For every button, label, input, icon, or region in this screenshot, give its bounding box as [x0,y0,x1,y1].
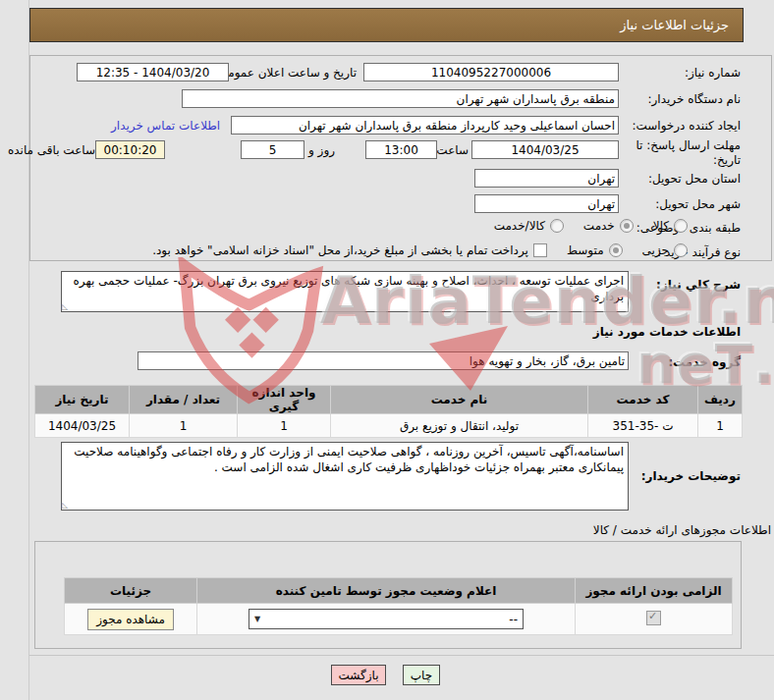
cell-permit-details: مشاهده مجوز [65,604,197,635]
cell-need-date: 1404/03/25 [35,414,130,438]
col-row-number: ردیف [698,386,743,414]
back-button[interactable]: بازگشت [331,665,386,685]
request-creator-field[interactable] [231,116,619,135]
radio-medium[interactable] [609,243,623,257]
process-option-minor[interactable]: جزیی [642,243,688,257]
col-service-code: کد خدمت [588,386,698,414]
process-option-medium-label: متوسط [567,243,604,257]
subject-category-options: کالا خدمت کالا/خدمت [494,219,688,233]
services-table-row: 1 ت -35-351 تولید، انتقال و توزیع برق 1 … [35,414,743,438]
radio-goods-service[interactable] [550,219,564,233]
col-permit-status: اعلام وضعیت مجوز توسط تامین کننده [197,578,576,604]
services-section-title: اطلاعات خدمات مورد نیاز [593,325,741,339]
deadline-time-field[interactable] [365,140,437,159]
cell-quantity: 1 [130,414,238,438]
days-remaining-field[interactable] [241,140,304,159]
col-permit-required: الزامی بودن ارائه مجوز [576,578,733,604]
delivery-city-field[interactable] [474,194,619,213]
delivery-city-label: شهر محل تحویل: [655,197,741,211]
announce-datetime-field[interactable] [77,63,229,81]
service-group-field[interactable] [138,351,629,370]
category-option-goods[interactable]: کالا [653,219,688,233]
buyer-org-label: نام دستگاه خریدار: [648,92,742,106]
chevron-down-icon: ▼ [254,615,260,623]
need-description-textarea[interactable]: اجرای عملیات توسعه ، احداث، اصلاح و بهین… [61,271,629,312]
treasury-checkbox-label: پرداخت تمام یا بخشی از مبلغ خرید،از محل … [152,243,528,257]
service-group-label: گروه خدمت: [668,355,741,369]
days-label: روز و [308,143,335,157]
page-title: جزئیات اطلاعات نیاز [29,8,744,42]
buyer-notes-label: توضیحات خریدار: [641,469,741,483]
delivery-province-field[interactable] [474,169,619,188]
radio-minor[interactable] [674,243,688,257]
permit-required-checkbox[interactable] [646,611,661,625]
response-deadline-label: مهلت ارسال پاسخ: تا تاریخ: [623,138,741,168]
category-option-goods-label: کالا [653,219,669,233]
print-button[interactable]: چاپ [403,665,440,685]
buyer-contact-link[interactable]: اطلاعات تماس خریدار [111,119,220,133]
cell-permit-required [576,604,733,635]
process-option-minor-label: جزیی [642,243,669,257]
category-option-service-label: خدمت [583,219,615,233]
need-number-label: شماره نیاز: [685,66,741,80]
category-option-goods-service[interactable]: کالا/خدمت [494,219,564,233]
treasury-payment-option[interactable]: پرداخت تمام یا بخشی از مبلغ خرید،از محل … [152,243,547,257]
cell-service-name: تولید، انتقال و توزیع برق [331,414,588,438]
view-permit-button[interactable]: مشاهده مجوز [87,609,174,630]
buyer-notes-textarea[interactable]: اساسنامه،آگهی تاسیس، آخرین روزنامه ، گوا… [61,442,629,511]
col-permit-details: جزئیات [65,578,197,604]
hour-label: ساعت [436,143,469,157]
col-unit: واحد اندازه گیری [238,386,331,414]
process-option-medium[interactable]: متوسط [567,243,623,257]
category-option-service[interactable]: خدمت [583,219,634,233]
permits-table: الزامی بودن ارائه مجوز اعلام وضعیت مجوز … [64,577,733,635]
announce-datetime-label: تاریخ و ساعت اعلان عمومی: [214,66,357,80]
permit-status-select[interactable]: -- ▼ [249,609,524,629]
col-need-date: تاریخ نیاز [35,386,130,414]
need-description-label: شرح کلي نیاز: [656,278,741,292]
need-details-page: جزئیات اطلاعات نیاز شماره نیاز: تاریخ و … [0,0,774,700]
col-service-name: نام خدمت [331,386,588,414]
radio-service[interactable] [620,219,634,233]
buyer-org-field[interactable] [182,89,619,108]
category-option-goods-service-label: کالا/خدمت [494,219,545,233]
deadline-date-field[interactable] [471,140,619,159]
purchase-process-options: جزیی متوسط پرداخت تمام یا بخشی از مبلغ خ… [152,243,688,257]
services-table: ردیف کد خدمت نام خدمت واحد اندازه گیری ت… [34,385,743,438]
permits-section-title: اطلاعات مجوزهای ارائه خدمت / کالا [593,523,771,537]
delivery-province-label: استان محل تحویل: [648,172,741,186]
permits-table-header-row: الزامی بودن ارائه مجوز اعلام وضعیت مجوز … [65,578,733,604]
permit-status-value: -- [509,613,518,626]
cell-unit: 1 [238,414,331,438]
cell-row-number: 1 [698,414,743,438]
cell-permit-status: -- ▼ [197,604,576,635]
radio-goods[interactable] [674,219,688,233]
footer-separator [29,655,774,656]
col-quantity: تعداد / مقدار [130,386,238,414]
time-remaining-label: ساعت باقی مانده [8,143,95,157]
need-number-field[interactable] [363,63,619,81]
request-creator-label: ایجاد کننده درخواست: [632,119,741,133]
permits-table-row: -- ▼ مشاهده مجوز [65,604,733,635]
services-table-header-row: ردیف کد خدمت نام خدمت واحد اندازه گیری ت… [35,386,743,414]
time-remaining-field[interactable] [95,140,165,159]
treasury-checkbox[interactable] [533,243,547,257]
cell-service-code: ت -35-351 [588,414,698,438]
